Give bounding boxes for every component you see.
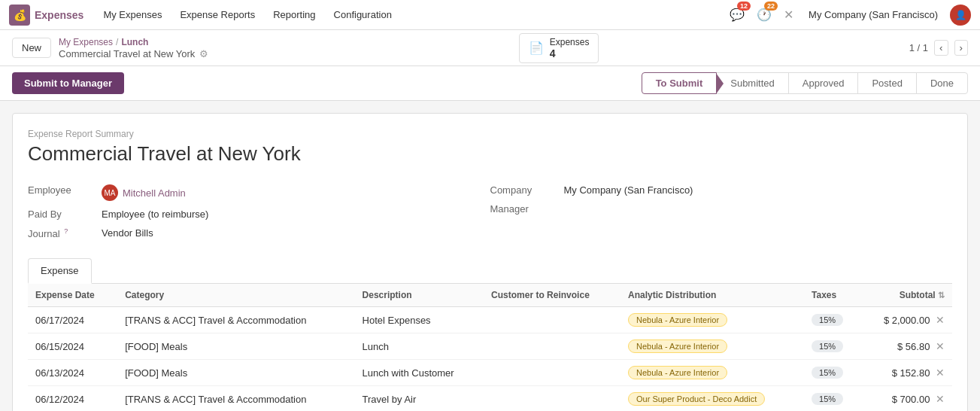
nav-expense-reports[interactable]: Expense Reports bbox=[172, 6, 262, 23]
next-button[interactable]: › bbox=[954, 40, 968, 56]
employee-value: MA Mitchell Admin bbox=[102, 184, 186, 201]
report-fields: Employee MA Mitchell Admin Paid By Emplo… bbox=[28, 181, 952, 243]
delete-row-icon[interactable]: ✕ bbox=[936, 393, 945, 405]
cell-taxes: 15% bbox=[804, 386, 860, 411]
status-posted[interactable]: Posted bbox=[857, 72, 916, 94]
tax-badge: 15% bbox=[812, 340, 843, 352]
nav-my-expenses[interactable]: My Expenses bbox=[96, 6, 169, 23]
col-expense-date: Expense Date bbox=[28, 284, 117, 307]
delete-row-icon[interactable]: ✕ bbox=[936, 340, 945, 352]
cell-category: [FOOD] Meals bbox=[117, 360, 354, 386]
breadcrumb-left: New My Expenses / Lunch Commercial Trave… bbox=[12, 37, 208, 59]
tax-badge: 15% bbox=[812, 393, 843, 405]
cell-subtotal: $ 2,000.00 ✕ bbox=[860, 307, 952, 333]
table-row[interactable]: 06/17/2024 [TRANS & ACC] Travel & Accomm… bbox=[28, 307, 952, 333]
table-row[interactable]: 06/12/2024 [TRANS & ACC] Travel & Accomm… bbox=[28, 386, 952, 411]
sort-icon[interactable]: ⇅ bbox=[938, 291, 945, 300]
col-customer: Customer to Reinvoice bbox=[484, 284, 620, 307]
section-label: Expense Report Summary bbox=[28, 129, 952, 139]
breadcrumb-current: Lunch bbox=[121, 37, 148, 47]
cell-subtotal: $ 700.00 ✕ bbox=[860, 386, 952, 411]
company-label: Company bbox=[490, 184, 558, 196]
cell-customer bbox=[484, 333, 620, 360]
expense-tab: Expense Expense Date Category Descriptio… bbox=[28, 258, 952, 411]
activity-notification-btn[interactable]: 🕐 22 bbox=[754, 5, 775, 25]
status-submitted[interactable]: Submitted bbox=[716, 72, 789, 94]
expense-table-body: 06/17/2024 [TRANS & ACC] Travel & Accomm… bbox=[28, 307, 952, 411]
delete-row-icon[interactable]: ✕ bbox=[936, 314, 945, 326]
chat-notification-btn[interactable]: 💬 12 bbox=[727, 5, 748, 25]
status-bar: To Submit Submitted Approved Posted Done bbox=[642, 72, 968, 94]
status-approved[interactable]: Approved bbox=[788, 72, 859, 94]
nav-configuration[interactable]: Configuration bbox=[326, 6, 399, 23]
employee-name[interactable]: Mitchell Admin bbox=[123, 187, 186, 199]
tabs-header: Expense bbox=[28, 258, 952, 284]
settings-icon[interactable]: ⚙ bbox=[199, 48, 208, 59]
cell-customer bbox=[484, 386, 620, 411]
close-btn[interactable]: ✕ bbox=[781, 5, 796, 25]
company-field: Company My Company (San Francisco) bbox=[490, 181, 953, 199]
status-to-submit[interactable]: To Submit bbox=[642, 72, 718, 94]
cell-date: 06/15/2024 bbox=[28, 333, 117, 360]
breadcrumb-right: 1 / 1 ‹ › bbox=[909, 40, 968, 56]
breadcrumb-bar: New My Expenses / Lunch Commercial Trave… bbox=[0, 30, 980, 66]
tab-expense[interactable]: Expense bbox=[28, 258, 92, 284]
report-title: Commercial Travel at New York bbox=[28, 142, 952, 166]
journal-tooltip-icon[interactable]: ? bbox=[64, 227, 68, 235]
company-selector[interactable]: My Company (San Francisco) bbox=[803, 6, 944, 23]
col-taxes: Taxes bbox=[804, 284, 860, 307]
tax-badge: 15% bbox=[812, 367, 843, 379]
analytic-badge: Nebula - Azure Interior bbox=[628, 313, 727, 327]
cell-customer bbox=[484, 360, 620, 386]
analytic-badge: Nebula - Azure Interior bbox=[628, 366, 727, 379]
cell-description: Lunch with Customer bbox=[355, 360, 484, 386]
cell-description: Lunch bbox=[355, 333, 484, 360]
user-avatar[interactable]: 👤 bbox=[950, 5, 971, 26]
breadcrumb-parent-link[interactable]: My Expenses bbox=[59, 37, 113, 47]
chat-badge: 12 bbox=[737, 2, 751, 11]
company-name: My Company (San Francisco) bbox=[809, 9, 938, 20]
prev-button[interactable]: ‹ bbox=[934, 40, 948, 56]
cell-analytic: Nebula - Azure Interior bbox=[620, 333, 804, 360]
delete-row-icon[interactable]: ✕ bbox=[936, 367, 945, 379]
new-button[interactable]: New bbox=[12, 38, 51, 58]
cell-description: Hotel Expenses bbox=[355, 307, 484, 333]
document-icon: 📄 bbox=[529, 41, 544, 55]
table-row[interactable]: 06/13/2024 [FOOD] Meals Lunch with Custo… bbox=[28, 360, 952, 386]
tax-badge: 15% bbox=[812, 314, 843, 326]
cell-analytic: Our Super Product - Deco Addict bbox=[620, 386, 804, 411]
status-done[interactable]: Done bbox=[916, 72, 968, 94]
employee-label: Employee bbox=[28, 184, 96, 196]
cell-description: Travel by Air bbox=[355, 386, 484, 411]
brand[interactable]: 💰 Expenses bbox=[9, 5, 83, 26]
table-row[interactable]: 06/15/2024 [FOOD] Meals Lunch Nebula - A… bbox=[28, 333, 952, 360]
table-header-row: Expense Date Category Description Custom… bbox=[28, 284, 952, 307]
analytic-badge: Our Super Product - Deco Addict bbox=[628, 392, 765, 406]
journal-field: Journal ? Vendor Bills bbox=[28, 224, 490, 243]
report-card: Expense Report Summary Commercial Travel… bbox=[12, 113, 968, 411]
page-subtitle: Commercial Travel at New York bbox=[59, 48, 195, 59]
breadcrumb-top: My Expenses / Lunch bbox=[59, 37, 208, 47]
cell-analytic: Nebula - Azure Interior bbox=[620, 307, 804, 333]
avatar-initials: 👤 bbox=[955, 10, 966, 20]
cell-date: 06/17/2024 bbox=[28, 307, 117, 333]
col-description: Description bbox=[355, 284, 484, 307]
cell-taxes: 15% bbox=[804, 360, 860, 386]
cell-date: 06/12/2024 bbox=[28, 386, 117, 411]
nav-reporting[interactable]: Reporting bbox=[265, 6, 323, 23]
employee-avatar-initials: MA bbox=[105, 189, 116, 197]
navbar-right: 💬 12 🕐 22 ✕ My Company (San Francisco) 👤 bbox=[727, 5, 971, 26]
company-value: My Company (San Francisco) bbox=[564, 184, 693, 196]
employee-field: Employee MA Mitchell Admin bbox=[28, 181, 490, 205]
doc-label: Expenses bbox=[550, 37, 590, 47]
activity-badge: 22 bbox=[764, 2, 778, 11]
breadcrumb-separator: / bbox=[116, 37, 118, 47]
main-content: Expense Report Summary Commercial Travel… bbox=[0, 101, 980, 411]
breadcrumb-subtitle: Commercial Travel at New York ⚙ bbox=[59, 48, 208, 59]
cell-category: [TRANS & ACC] Travel & Accommodation bbox=[117, 386, 354, 411]
analytic-badge: Nebula - Azure Interior bbox=[628, 339, 727, 353]
cell-subtotal: $ 152.80 ✕ bbox=[860, 360, 952, 386]
expenses-document-button[interactable]: 📄 Expenses 4 bbox=[519, 33, 599, 63]
doc-count: 4 bbox=[550, 47, 590, 59]
submit-to-manager-button[interactable]: Submit to Manager bbox=[12, 72, 124, 94]
